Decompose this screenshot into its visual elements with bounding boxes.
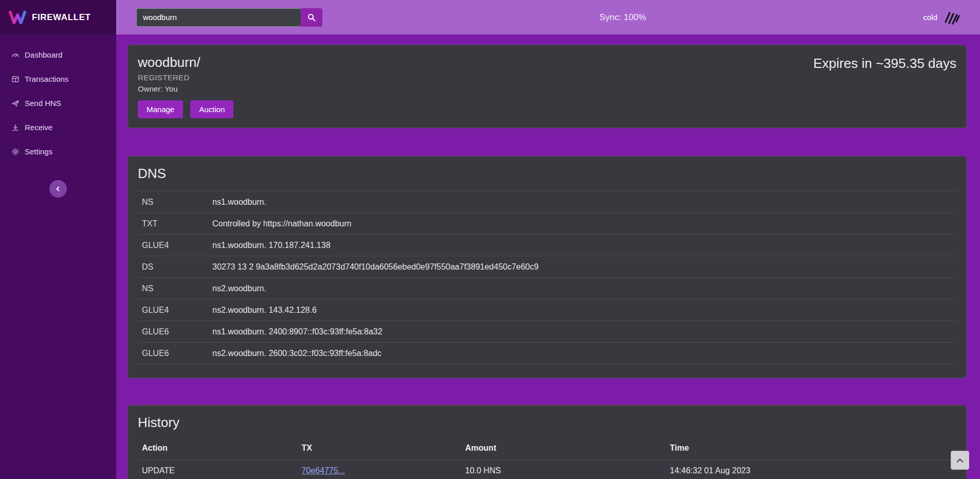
dns-record-value: ns1.woodburn.: [212, 198, 266, 207]
sidebar-item-settings[interactable]: Settings: [0, 139, 116, 164]
dns-row: GLUE6 ns2.woodburn. 2600:3c02::f03c:93ff…: [138, 342, 956, 364]
sidebar-menu: Dashboard Transactions Send HNS: [0, 34, 116, 164]
dashboard-icon: [11, 51, 20, 59]
search-input[interactable]: [136, 8, 301, 27]
history-amount: 10.0 HNS: [465, 466, 670, 475]
dns-record-type: GLUE4: [138, 241, 212, 250]
dns-row: GLUE4 ns2.woodburn. 143.42.128.6: [138, 299, 956, 321]
dns-table: NS ns1.woodburn. TXT Controlled by https…: [138, 191, 956, 364]
history-title: History: [138, 415, 956, 431]
sidebar-item-label: Dashboard: [25, 50, 62, 59]
dns-title: DNS: [138, 166, 956, 182]
history-col-time: Time: [670, 443, 956, 453]
main-area: Sync: 100% cold woodburn/ REGISTERED Own…: [116, 0, 980, 479]
domain-expiry: Expires in ~395.35 days: [813, 55, 956, 72]
sidebar-item-label: Settings: [25, 147, 52, 156]
manage-button[interactable]: Manage: [138, 100, 183, 118]
history-row: UPDATE 70e64775... 10.0 HNS 14:46:32 01 …: [138, 459, 956, 479]
history-col-action: Action: [138, 443, 301, 453]
dns-record-value: ns1.woodburn. 170.187.241.138: [212, 241, 331, 250]
domain-card: woodburn/ REGISTERED Owner: You Manage A…: [128, 45, 967, 128]
dns-record-value: ns2.woodburn. 143.42.128.6: [212, 306, 317, 315]
brand-name: FIREWALLET: [32, 12, 91, 23]
dns-record-value: ns2.woodburn.: [212, 284, 266, 293]
search-group: [136, 8, 322, 27]
content-area: woodburn/ REGISTERED Owner: You Manage A…: [116, 34, 980, 479]
search-button[interactable]: [301, 8, 322, 27]
receive-icon: [11, 123, 20, 132]
brand: FIREWALLET: [0, 0, 116, 34]
dns-record-value: 30273 13 2 9a3a8fb3d625d2a2073d740f10da6…: [212, 262, 538, 272]
dns-row: NS ns2.woodburn.: [138, 277, 956, 299]
domain-info: woodburn/ REGISTERED Owner: You Manage A…: [138, 55, 233, 118]
sidebar: FIREWALLET Dashboard Transactions: [0, 0, 116, 479]
sidebar-collapse-button[interactable]: [49, 180, 67, 198]
dns-card: DNS NS ns1.woodburn. TXT Controlled by h…: [128, 156, 967, 378]
transactions-icon: [11, 75, 20, 83]
wallet-hand-logo-icon: [943, 10, 960, 25]
history-card: History Action TX Amount Time UPDATE 70e…: [128, 405, 967, 479]
dns-record-type: GLUE6: [138, 349, 212, 358]
dns-row: GLUE6 ns1.woodburn. 2400:8907::f03c:93ff…: [138, 321, 956, 342]
dns-record-value: ns2.woodburn. 2600:3c02::f03c:93ff:fe5a:…: [212, 349, 382, 358]
sidebar-item-label: Send HNS: [25, 99, 61, 108]
dns-record-value: Controlled by https://nathan.woodburn: [212, 219, 351, 228]
dns-row: NS ns1.woodburn.: [138, 191, 956, 212]
topbar-right: cold: [923, 10, 960, 25]
domain-actions: Manage Auction: [138, 100, 233, 118]
dns-record-type: NS: [138, 198, 212, 207]
history-time: 14:46:32 01 Aug 2023: [670, 466, 956, 475]
chevron-up-icon: [956, 457, 964, 464]
dns-record-type: TXT: [138, 219, 212, 228]
sync-status: Sync: 100%: [322, 12, 923, 23]
firewallet-logo-icon: [8, 10, 27, 25]
topbar: Sync: 100% cold: [116, 0, 980, 34]
dns-record-type: NS: [138, 284, 212, 293]
sidebar-item-send-hns[interactable]: Send HNS: [0, 91, 116, 115]
domain-owner: Owner: You: [138, 84, 233, 93]
sidebar-item-dashboard[interactable]: Dashboard: [0, 43, 116, 67]
wallet-mode-label: cold: [923, 13, 937, 22]
history-action: UPDATE: [138, 466, 301, 475]
tx-link[interactable]: 70e64775...: [301, 466, 345, 475]
history-col-amount: Amount: [465, 443, 670, 453]
domain-name: woodburn/: [138, 55, 233, 70]
dns-row: GLUE4 ns1.woodburn. 170.187.241.138: [138, 234, 956, 256]
send-icon: [11, 99, 20, 108]
dns-row: TXT Controlled by https://nathan.woodbur…: [138, 212, 956, 234]
domain-status-badge: REGISTERED: [138, 73, 233, 82]
history-col-tx: TX: [301, 443, 465, 453]
dns-record-type: DS: [138, 262, 212, 272]
history-table-body: UPDATE 70e64775... 10.0 HNS 14:46:32 01 …: [138, 459, 956, 479]
auction-button[interactable]: Auction: [190, 100, 233, 118]
scroll-to-top-button[interactable]: [951, 451, 969, 470]
sidebar-item-receive[interactable]: Receive: [0, 115, 116, 139]
settings-icon: [11, 148, 20, 156]
history-table-header: Action TX Amount Time: [138, 437, 956, 459]
chevron-left-icon: [55, 186, 61, 192]
search-icon: [307, 13, 316, 22]
dns-row: DS 30273 13 2 9a3a8fb3d625d2a2073d740f10…: [138, 256, 956, 277]
sidebar-item-label: Transactions: [25, 75, 68, 83]
sidebar-item-label: Receive: [25, 123, 52, 132]
sidebar-item-transactions[interactable]: Transactions: [0, 67, 116, 91]
dns-record-value: ns1.woodburn. 2400:8907::f03c:93ff:fe5a:…: [212, 327, 383, 336]
dns-record-type: GLUE4: [138, 306, 212, 315]
dns-record-type: GLUE6: [138, 327, 212, 336]
history-table: Action TX Amount Time UPDATE 70e64775...…: [138, 437, 956, 479]
